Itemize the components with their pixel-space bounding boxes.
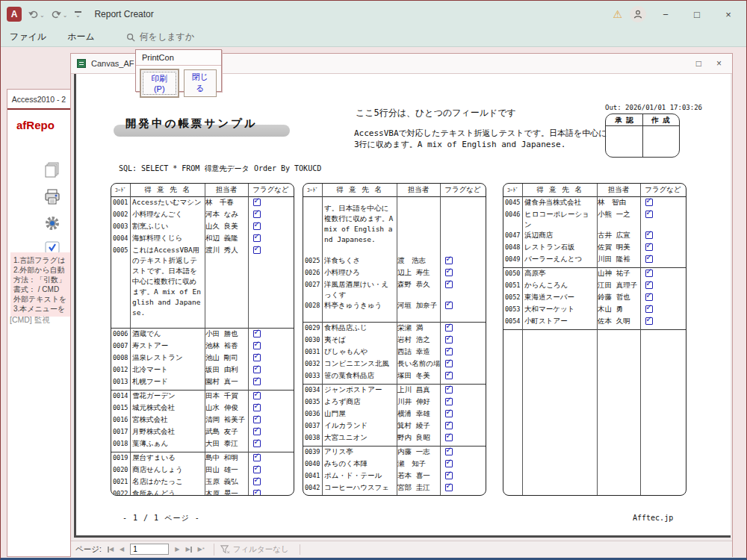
sidebar-tab[interactable]: Access2010 - 2 (7, 90, 70, 104)
cell-flags (248, 245, 294, 318)
flag-checkbox-icon (253, 342, 261, 349)
customer-table-2: ｺｰﾄﾞ得 意 先 名担当者フラグなどす。日本語を中心に複数行に収めます。A m… (303, 183, 486, 496)
filter-funnel-icon (220, 545, 230, 554)
filter-button[interactable]: フィルターなし (220, 544, 300, 555)
cell-person: 池林 裕香 (205, 340, 248, 352)
cell-name: 宮株式会社 (130, 414, 205, 426)
report-page: 開発中の帳票サンプル ここ5行分は、ひとつのフィールドです AccessVBAで… (74, 74, 731, 538)
warning-icon[interactable]: ⚠ (613, 8, 622, 20)
cell-person: 河本 なみ (205, 209, 248, 221)
cell-person: 島中 和明 (205, 452, 248, 464)
cell-person: 池山 剛司 (205, 352, 248, 364)
table-row: 0034ジャンボストアー上川 昌真 (303, 385, 486, 396)
pages-icon[interactable] (43, 161, 61, 182)
cell-person: 武島 友子 (205, 426, 248, 438)
print-button[interactable]: 印刷 (P) (140, 69, 179, 97)
cell-flags (440, 203, 486, 245)
next-page-button[interactable]: ▶ (172, 546, 182, 553)
table-column-line (248, 184, 249, 495)
cell-code: 0034 (303, 385, 322, 396)
first-page-button[interactable]: ◀ (105, 546, 117, 553)
menu-file[interactable]: ファイル (10, 31, 46, 43)
cell-code: 0029 (303, 323, 322, 335)
table-row: 0006酒蔵でん小田 勝也 (111, 329, 294, 340)
table-row: 0005これはAccessVBA用のテキスト折返しテストです。日本語を中心に複数… (111, 245, 294, 318)
table-group: 0029食料品店ふじ栄瀬 満0030夷そば岩村 浩之0031びしゃもんや西詰 幸… (303, 323, 486, 385)
cell-code: 0017 (111, 426, 130, 438)
table-row: 0042コーヒーハウスフェンス宮部 圭江 (303, 482, 486, 496)
cell-person: 河垣 加奈子 (397, 300, 440, 312)
site-footer: Afftec.jp (633, 514, 673, 522)
cell-name: レストラン石坂 (522, 242, 597, 254)
sidebar-window: Access2010 - 2 afRepo 1.言語フラグは 2.外部から自動 … (7, 89, 71, 557)
flag-checkbox-icon (253, 223, 261, 230)
cell-code: 0028 (303, 300, 322, 312)
menu-home[interactable]: ホーム (67, 31, 95, 43)
cell-name: 洋風居酒屋けい・えっくす (322, 279, 397, 300)
flag-checkbox-icon (445, 302, 453, 309)
cell-name: 東海道スーパー (522, 292, 597, 304)
cell-name: ヒロコーポレーション (522, 209, 597, 230)
redo-button[interactable]: ⌄ (51, 10, 68, 19)
cell-name: ジャンボストアー (322, 385, 397, 396)
close-button[interactable]: × (716, 4, 740, 24)
cell-name: 小料理なんごく (130, 209, 205, 221)
flag-checkbox-icon (253, 246, 261, 254)
cell-code: 0031 (303, 346, 322, 358)
cell-person: 林 智由 (597, 197, 640, 209)
table-row: 0027洋風居酒屋けい・えっくす森野 恭久 (303, 279, 486, 300)
new-record-button[interactable]: ▶* (195, 546, 208, 553)
printer-icon[interactable] (43, 189, 61, 208)
table-row: 0002小料理なんごく河本 なみ (111, 209, 294, 221)
table-group: 0014雪花ガーデン田本 千賀0015城元株式会社山水 伸俊0016宮株式会社清… (111, 391, 294, 452)
gear-icon[interactable] (44, 215, 61, 234)
flag-checkbox-icon (645, 305, 653, 313)
redo-dropdown-icon[interactable]: ⌄ (63, 12, 68, 19)
cell-person: 栄瀬 満 (397, 323, 440, 335)
cell-person: 大田 泰江 (205, 438, 248, 450)
canvas-close-button[interactable]: × (716, 58, 722, 69)
cell-name: イルカランド (322, 420, 397, 432)
cell-code: 0014 (111, 391, 130, 402)
cell-name: パーラーえんとつ (522, 254, 597, 266)
customize-quick-access-icon[interactable]: ⌄ (73, 11, 82, 17)
account-icon[interactable] (630, 6, 646, 22)
table-row: 0029食料品店ふじ栄瀬 満 (303, 323, 486, 335)
prev-page-button[interactable]: ◀ (117, 546, 127, 553)
sql-text: SQL: SELECT * FROM 得意先データ Order By TOKUC… (119, 164, 321, 174)
cell-code: 0038 (303, 432, 322, 444)
table-group: 0039アリス亭内藤 一志0040みちのく本陣瀬 知子0041ポム・ド・テール若… (303, 447, 486, 496)
page-number-input[interactable] (130, 544, 169, 555)
table-row: 0049パーラーえんとつ川田 隆裕 (503, 254, 686, 266)
cell-name: 小町ストアー (522, 316, 597, 328)
table-row: 0051からんころん江田 真理子 (503, 280, 686, 292)
cell-name: す。日本語を中心に複数行に収めます。A mix of English and J… (322, 203, 397, 245)
cell-name: 温泉レストラン (130, 352, 205, 364)
search-placeholder: 何をしますか (140, 31, 194, 43)
maximize-button[interactable]: □ (685, 4, 709, 24)
flag-checkbox-icon (253, 428, 261, 435)
cell-flags (440, 279, 486, 300)
search-box[interactable]: 何をしますか (126, 31, 194, 43)
table-row: 0015城元株式会社山水 伸俊 (111, 402, 294, 414)
canvas-restore-button[interactable]: □ (696, 58, 701, 69)
undo-dropdown-icon[interactable]: ⌄ (40, 12, 45, 19)
cell-code: 0049 (503, 254, 522, 266)
sidebar-notes: 1.言語フラグは 2.外部から自動 方法：「引数」 書式： / CMD 外部テキ… (10, 252, 71, 317)
minimize-button[interactable]: − (654, 4, 678, 24)
flag-checkbox-icon (445, 324, 453, 332)
cell-flags (440, 432, 486, 444)
dialog-close-button[interactable]: 閉じる (184, 69, 217, 97)
create-header: 作 成 (642, 114, 679, 125)
cell-person: 川井 伸好 (397, 396, 440, 408)
canvas-tab[interactable]: Canvas_AF (91, 59, 134, 68)
last-page-button[interactable]: ▶ (182, 546, 194, 553)
cell-name: 北冷マート (130, 364, 205, 376)
cell-name: 葉薄ふぁん (130, 438, 205, 450)
flag-checkbox-icon (253, 392, 261, 399)
cell-name: コンビニエンス北風 (322, 358, 397, 370)
table-row: 0007寿ストアー池林 裕香 (111, 340, 294, 352)
table-row: 0031びしゃもんや西詰 幸造 (303, 346, 486, 358)
flag-checkbox-icon (253, 404, 261, 411)
undo-button[interactable]: ⌄ (28, 10, 45, 19)
